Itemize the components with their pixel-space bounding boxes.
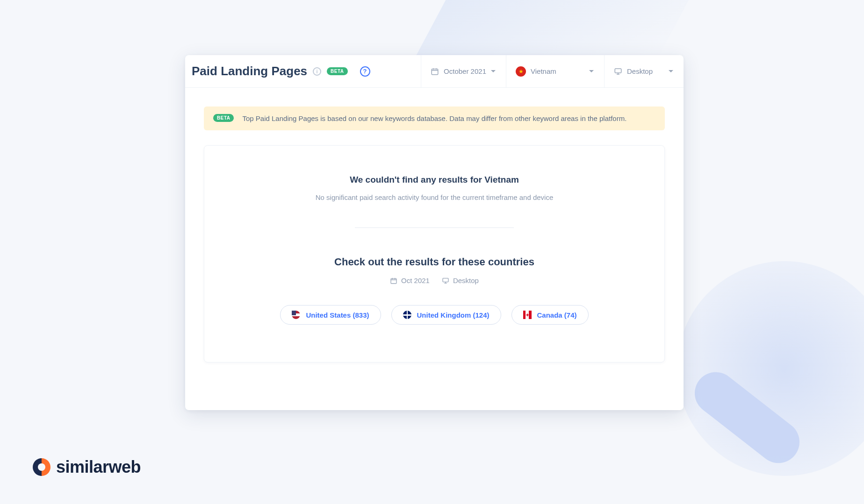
date-label: October 2021 [444,67,486,75]
country-pill-united-kingdom[interactable]: United Kingdom (124) [391,305,501,325]
alert-text: Top Paid Landing Pages is based on our n… [242,113,626,124]
info-icon[interactable]: i [313,67,321,76]
chevron-down-icon [589,70,594,72]
chevron-down-icon [491,70,496,72]
page-title: Paid Landing Pages [192,64,307,78]
suggestions-device: Desktop [453,277,479,284]
device-label: Desktop [627,67,664,75]
country-pill-label: Canada (74) [537,311,577,319]
app-window: Paid Landing Pages i BETA ? October 2021… [185,55,684,410]
date-dropdown[interactable]: October 2021 [421,55,506,87]
country-label: Vietnam [531,67,584,75]
svg-rect-3 [443,278,448,282]
desktop-icon [442,277,449,284]
flag-icon-uk [403,311,411,319]
suggestions-title: Check out the results for these countrie… [223,256,646,268]
flag-icon-ca: ✦ [523,311,532,319]
country-pill-canada[interactable]: ✦ Canada (74) [511,305,589,325]
svg-rect-1 [615,69,621,73]
device-dropdown[interactable]: Desktop [604,55,684,87]
calendar-icon [431,67,439,76]
flag-icon-vietnam: ★ [516,66,526,77]
results-panel: We couldn't find any results for Vietnam… [204,145,665,362]
country-suggestion-list: United States (833) United Kingdom (124)… [223,305,646,325]
svg-rect-0 [432,69,438,74]
beta-alert-banner: BETA Top Paid Landing Pages is based on … [204,106,665,130]
suggestions-meta: Oct 2021 Desktop [223,277,646,284]
country-dropdown[interactable]: ★ Vietnam [506,55,604,87]
brand-name: similarweb [56,457,141,477]
chevron-down-icon [669,70,673,72]
header-bar: Paid Landing Pages i BETA ? October 2021… [185,55,684,88]
brand-watermark: similarweb [33,457,141,477]
no-results-title: We couldn't find any results for Vietnam [223,175,646,185]
calendar-icon [390,277,397,284]
country-pill-label: United States (833) [306,311,369,319]
alert-beta-badge: BETA [213,114,234,122]
beta-badge: BETA [327,67,347,75]
flag-icon-us [292,311,300,319]
svg-rect-2 [391,278,396,284]
divider [355,227,514,228]
country-pill-united-states[interactable]: United States (833) [280,305,381,325]
no-results-subtitle: No significant paid search activity foun… [223,193,646,201]
desktop-icon [614,67,622,76]
country-pill-label: United Kingdom (124) [417,311,490,319]
suggestions-date: Oct 2021 [401,277,430,284]
help-icon[interactable]: ? [360,66,370,77]
similarweb-logo-icon [33,458,50,476]
